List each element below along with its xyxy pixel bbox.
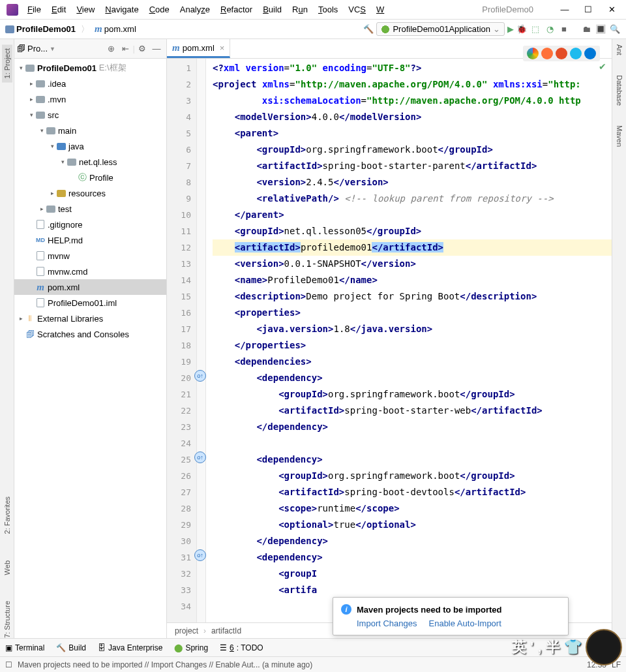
- chrome-icon[interactable]: [527, 48, 539, 59]
- stop-button[interactable]: ■: [558, 24, 570, 34]
- spring-icon: [381, 25, 390, 34]
- gear-icon[interactable]: ⚙: [135, 44, 149, 53]
- coverage-button[interactable]: ⬚: [529, 24, 541, 34]
- menu-window[interactable]: W: [371, 2, 389, 17]
- tree-root[interactable]: ▾ProfileDemo01 E:\框架: [14, 60, 166, 76]
- rail-maven[interactable]: Maven: [616, 125, 623, 147]
- hide-icon[interactable]: —: [149, 44, 164, 53]
- rail-web[interactable]: Web: [3, 560, 11, 575]
- menu-build[interactable]: Build: [258, 2, 287, 17]
- tree-idea[interactable]: ▸.idea: [14, 76, 166, 91]
- popup-autoimport-link[interactable]: Enable Auto-Import: [429, 619, 501, 628]
- search-everywhere-icon[interactable]: 🔳: [595, 24, 606, 34]
- editor-tab-pom[interactable]: m pom.xml ×: [167, 39, 230, 58]
- chevron-down-icon: ▼: [50, 46, 55, 52]
- breadcrumb-root[interactable]: ProfileDemo01: [5, 24, 76, 34]
- tree-src[interactable]: ▾src: [14, 107, 166, 123]
- gutter-arrow-icon[interactable]: o↑: [194, 370, 206, 382]
- run-config-label: ProfileDemo01Application: [393, 24, 490, 34]
- tree-java[interactable]: ▾java: [14, 138, 166, 154]
- collapse-icon[interactable]: ⇤: [119, 44, 133, 53]
- tree-external-libs[interactable]: ▸⫴External Libraries: [14, 311, 166, 326]
- edge-icon[interactable]: [584, 48, 596, 59]
- tree-mvnwcmd[interactable]: mvnw.cmd: [14, 264, 166, 279]
- build-icon[interactable]: 🔨: [363, 24, 374, 34]
- rail-project[interactable]: 1: Project: [2, 44, 12, 82]
- tree-pkg[interactable]: ▾net.ql.less: [14, 154, 166, 170]
- project-pane-icon: 🗐: [17, 44, 25, 53]
- breadcrumb-sep: ›: [203, 626, 206, 635]
- breadcrumb-file-label: pom.xml: [104, 24, 136, 34]
- bottom-build[interactable]: 🔨Build: [56, 643, 86, 652]
- watermark-avatar: [586, 629, 622, 665]
- menu-edit[interactable]: Edit: [46, 2, 71, 17]
- target-icon[interactable]: ⊕: [104, 44, 119, 53]
- bottom-javaee[interactable]: 🗄Java Enterprise: [98, 643, 162, 652]
- bottom-todo[interactable]: ☰6: TODO: [220, 643, 263, 652]
- run-button[interactable]: ▶: [507, 24, 514, 34]
- breadcrumb-file[interactable]: m pom.xml: [95, 23, 136, 35]
- browser-icon[interactable]: [556, 48, 567, 59]
- popup-import-link[interactable]: Import Changes: [357, 619, 417, 628]
- browser-icons-overlay[interactable]: [523, 46, 600, 61]
- tree-gitignore[interactable]: .gitignore: [14, 217, 166, 232]
- fold-gutter[interactable]: o↑ o↑ o↑: [197, 59, 206, 622]
- menu-file[interactable]: File: [22, 2, 46, 17]
- menu-vcs[interactable]: VCS: [343, 2, 371, 17]
- tree-iml[interactable]: ProfileDemo01.iml: [14, 295, 166, 311]
- code-area[interactable]: <?xml version="1.0" encoding="UTF-8"?><p…: [206, 59, 612, 622]
- menu-navigate[interactable]: Navigate: [100, 2, 143, 17]
- gutter-arrow-icon[interactable]: o↑: [194, 549, 206, 561]
- spring-icon: ⬤: [174, 643, 183, 652]
- rail-structure[interactable]: 7: Structure: [3, 601, 11, 638]
- menu-analyze[interactable]: Analyze: [175, 2, 215, 17]
- editor[interactable]: 1234567891011121314151617181920212223242…: [167, 59, 612, 622]
- close-icon[interactable]: ×: [220, 43, 225, 53]
- menu-run[interactable]: Run: [287, 2, 313, 17]
- bottom-spring[interactable]: ⬤Spring: [174, 643, 208, 652]
- tree-help[interactable]: MDHELP.md: [14, 232, 166, 248]
- run-config-selector[interactable]: ProfileDemo01Application ⌄: [376, 22, 505, 36]
- maven-file-icon: m: [172, 42, 180, 53]
- menu-view[interactable]: View: [71, 2, 100, 17]
- tree-main[interactable]: ▾main: [14, 123, 166, 138]
- tree-scratches[interactable]: 🗐Scratches and Consoles: [14, 326, 166, 342]
- folder-icon: [5, 25, 14, 33]
- tree-resources[interactable]: ▸resources: [14, 185, 166, 201]
- toolbar: ProfileDemo01 〉 m pom.xml 🔨 ProfileDemo0…: [0, 20, 626, 39]
- breadcrumb-artifact[interactable]: artifactId: [211, 626, 241, 635]
- inspection-ok-icon: ✔: [599, 61, 606, 72]
- status-icon[interactable]: ☐: [5, 660, 12, 669]
- todo-icon: ☰: [220, 643, 227, 652]
- debug-button[interactable]: 🐞: [516, 24, 527, 34]
- watermark: 英 ' , 半 👕: [512, 629, 622, 665]
- tab-label: pom.xml: [183, 43, 215, 53]
- search-icon[interactable]: 🔍: [609, 24, 621, 34]
- tree-mvnw[interactable]: mvnw: [14, 248, 166, 264]
- menu-code[interactable]: Code: [144, 2, 175, 17]
- project-tree[interactable]: ▾ProfileDemo01 E:\框架 ▸.idea ▸.mvn ▾src ▾…: [14, 59, 166, 638]
- gutter-arrow-icon[interactable]: o↑: [194, 451, 206, 463]
- tree-pom[interactable]: mpom.xml: [14, 279, 166, 295]
- update-button[interactable]: 🖿: [580, 24, 592, 34]
- project-pane-title[interactable]: Pro...: [27, 44, 48, 53]
- window-maximize[interactable]: ☐: [576, 2, 600, 17]
- window-minimize[interactable]: —: [553, 2, 576, 17]
- profiler-button[interactable]: ◔: [544, 24, 556, 34]
- info-icon: i: [341, 604, 351, 615]
- tree-mvn[interactable]: ▸.mvn: [14, 91, 166, 107]
- bottom-terminal[interactable]: ▣Terminal: [5, 643, 44, 652]
- menu-tools[interactable]: Tools: [313, 2, 343, 17]
- firefox-icon[interactable]: [541, 48, 553, 59]
- ie-icon[interactable]: [570, 48, 582, 59]
- menu-refactor[interactable]: Refactor: [215, 2, 258, 17]
- rail-favorites[interactable]: 2: Favorites: [3, 496, 11, 534]
- rail-database[interactable]: Database: [616, 75, 623, 106]
- breadcrumb-project[interactable]: project: [175, 626, 198, 635]
- tree-class[interactable]: ⓒProfile: [14, 170, 166, 185]
- rail-ant[interactable]: Ant: [616, 44, 623, 55]
- tree-test[interactable]: ▸test: [14, 201, 166, 217]
- window-close[interactable]: ✕: [600, 2, 623, 17]
- popup-title: Maven projects need to be imported: [357, 605, 502, 615]
- breadcrumb-sep: 〉: [81, 23, 89, 35]
